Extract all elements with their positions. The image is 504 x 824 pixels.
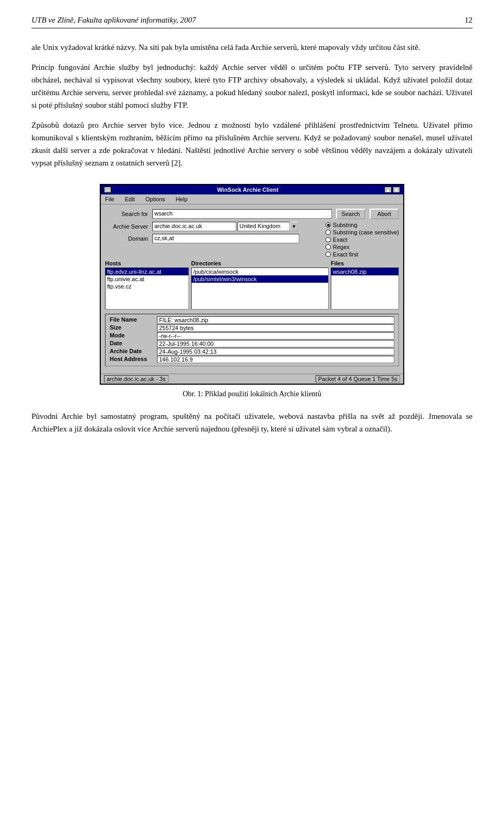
restore-button[interactable]: ▲ bbox=[384, 187, 392, 193]
radio-substring-label: Substring bbox=[333, 222, 357, 228]
host-address-row: Host Address 146.102.16.9 bbox=[110, 356, 394, 363]
page-header: UTB ve Zlíně, Fakulta aplikované informa… bbox=[32, 16, 472, 28]
radio-exact[interactable]: Exact bbox=[326, 236, 399, 243]
date-label: Date bbox=[110, 340, 157, 347]
radio-substring-case[interactable]: Substring (case sensitive) bbox=[326, 229, 399, 235]
radio-exact-first-label: Exact first bbox=[333, 251, 358, 258]
search-abort-group: wsarch Search Abort bbox=[152, 209, 399, 219]
search-for-label: Search for bbox=[105, 211, 152, 217]
status-right: Packet 4 of 4 Queue 1 Time 5s bbox=[316, 375, 400, 383]
mode-row: Mode -rw-r--r-- bbox=[110, 332, 394, 339]
list-item[interactable]: ftp.edvz.uni-linz.ac.at bbox=[106, 268, 188, 275]
lists-area: Hosts ftp.edvz.uni-linz.ac.at ftp.univie… bbox=[105, 260, 399, 310]
directories-section: Directories /pub/cica/winsock /pub/simte… bbox=[191, 260, 329, 310]
radio-exact-first-indicator bbox=[326, 252, 331, 257]
window-controls: ▲ ▼ bbox=[384, 187, 400, 193]
files-header: Files bbox=[331, 260, 399, 266]
radio-regex[interactable]: Regex bbox=[326, 244, 399, 250]
archie-date-label: Archie Date bbox=[110, 348, 157, 355]
radio-exact-first[interactable]: Exact first bbox=[326, 251, 399, 258]
figure-winsock: ─ WinSock Archie Client ▲ ▼ File Edit Op… bbox=[32, 184, 472, 398]
archie-server-label: Archie Server bbox=[105, 223, 152, 230]
host-address-value: 146.102.16.9 bbox=[157, 356, 394, 363]
header-title: UTB ve Zlíně, Fakulta aplikované informa… bbox=[32, 16, 196, 25]
hosts-section: Hosts ftp.edvz.uni-linz.ac.at ftp.univie… bbox=[105, 260, 189, 310]
menu-help[interactable]: Help bbox=[174, 195, 190, 203]
menubar: File Edit Options Help bbox=[101, 194, 403, 204]
page-number: 12 bbox=[465, 16, 472, 25]
search-input[interactable]: wsarch bbox=[152, 209, 332, 219]
country-dropdown-arrow[interactable]: ▼ bbox=[290, 222, 298, 231]
size-row: Size 255724 bytes bbox=[110, 324, 394, 332]
file-info-panel: File Name FILE: wsarch08.zip Size 255724… bbox=[105, 314, 399, 366]
menu-file[interactable]: File bbox=[103, 195, 117, 203]
menu-options[interactable]: Options bbox=[143, 195, 167, 203]
file-name-value: FILE: wsarch08.zip bbox=[157, 316, 394, 324]
hosts-header: Hosts bbox=[105, 260, 189, 266]
winsock-body: Search for wsarch Search Abort Archie Se… bbox=[101, 204, 403, 374]
domain-label: Domain bbox=[105, 235, 152, 242]
radio-substring-case-indicator bbox=[326, 230, 331, 235]
radio-regex-indicator bbox=[326, 244, 331, 250]
paragraph-1: ale Unix vyžadoval krátké názvy. Na síti… bbox=[32, 41, 472, 54]
winsock-titlebar: ─ WinSock Archie Client ▲ ▼ bbox=[101, 185, 403, 194]
status-left: archie.doc.ic.ac.uk - 3s bbox=[104, 375, 169, 383]
winsock-title: WinSock Archie Client bbox=[111, 187, 384, 193]
file-name-row: File Name FILE: wsarch08.zip bbox=[110, 316, 394, 324]
date-value: 22-Jul-1995 16:40:00 bbox=[157, 340, 394, 347]
search-button[interactable]: Search bbox=[336, 209, 365, 219]
radio-substring-case-label: Substring (case sensitive) bbox=[333, 229, 399, 235]
figure-caption: Obr. 1: Příklad použití lokálních Archie… bbox=[183, 390, 321, 398]
list-item[interactable]: ftp.vse.cz bbox=[106, 283, 188, 290]
mode-value: -rw-r--r-- bbox=[157, 332, 394, 339]
size-value: 255724 bytes bbox=[157, 324, 394, 332]
archie-server-country: United Kingdom bbox=[237, 222, 290, 231]
maximize-button[interactable]: ▼ bbox=[393, 187, 400, 193]
size-label: Size bbox=[110, 324, 157, 332]
hosts-list[interactable]: ftp.edvz.uni-linz.ac.at ftp.univie.ac.at… bbox=[105, 267, 189, 310]
paragraph-2: Princip fungování Archie služby byl jedn… bbox=[32, 61, 472, 111]
search-for-row: Search for wsarch Search Abort bbox=[105, 209, 399, 219]
list-item[interactable]: ftp.univie.ac.at bbox=[106, 275, 188, 283]
file-name-label: File Name bbox=[110, 316, 157, 324]
search-type-radios: Substring Substring (case sensitive) Exa… bbox=[326, 222, 399, 258]
radio-substring-indicator bbox=[326, 222, 331, 228]
radio-exact-label: Exact bbox=[333, 236, 348, 243]
domain-input[interactable]: cz,sk,at bbox=[152, 234, 299, 243]
directories-header: Directories bbox=[191, 260, 329, 266]
list-item[interactable]: /pub/simtel/win3/winsock bbox=[192, 275, 328, 283]
statusbar: archie.doc.ic.ac.uk - 3s Packet 4 of 4 Q… bbox=[101, 374, 403, 384]
date-row: Date 22-Jul-1995 16:40:00 bbox=[110, 340, 394, 347]
minimize-button[interactable]: ─ bbox=[104, 187, 111, 193]
radio-exact-indicator bbox=[326, 237, 331, 242]
list-item[interactable]: /pub/cica/winsock bbox=[192, 268, 328, 275]
menu-edit[interactable]: Edit bbox=[123, 195, 137, 203]
archie-date-value: 24-Aug-1995 03:42:13 bbox=[157, 348, 394, 355]
directories-list[interactable]: /pub/cica/winsock /pub/simtel/win3/winso… bbox=[191, 267, 329, 310]
radio-regex-label: Regex bbox=[333, 244, 350, 250]
files-section: Files wsarch08.zip bbox=[331, 260, 399, 310]
paragraph-3: Způsobů dotazů pro Archie server bylo ví… bbox=[32, 119, 472, 169]
mode-label: Mode bbox=[110, 332, 157, 339]
abort-button[interactable]: Abort bbox=[370, 209, 399, 219]
list-item[interactable]: wsarch08.zip bbox=[331, 268, 398, 275]
radio-substring[interactable]: Substring bbox=[326, 222, 399, 228]
domain-row: Domain cz,sk,at bbox=[105, 234, 321, 243]
host-address-label: Host Address bbox=[110, 356, 157, 363]
archie-server-input[interactable]: archie.doc.ic.ac.uk bbox=[152, 222, 236, 231]
archie-date-row: Archie Date 24-Aug-1995 03:42:13 bbox=[110, 348, 394, 355]
bottom-paragraph: Původní Archie byl samostatný program, s… bbox=[32, 410, 472, 435]
archie-server-row: Archie Server archie.doc.ic.ac.uk United… bbox=[105, 222, 321, 231]
winsock-window: ─ WinSock Archie Client ▲ ▼ File Edit Op… bbox=[100, 184, 404, 385]
files-list[interactable]: wsarch08.zip bbox=[331, 267, 399, 310]
